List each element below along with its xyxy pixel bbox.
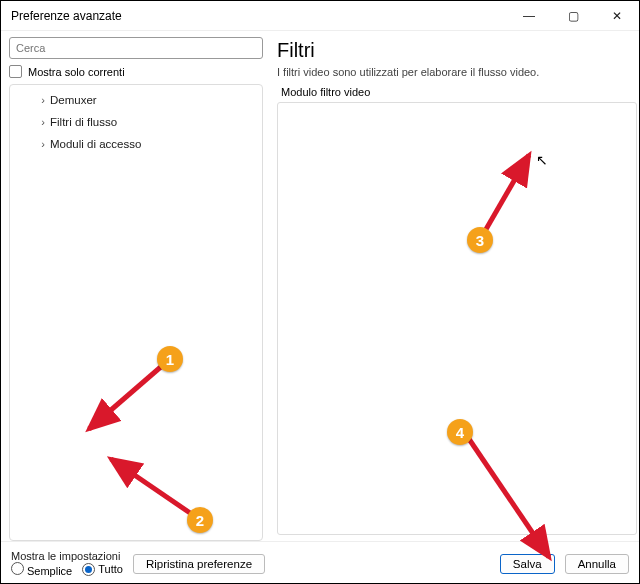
svg-line-1 [89, 365, 163, 429]
only-current-checkbox[interactable] [9, 65, 22, 78]
panel-description: I filtri video sono utilizzati per elabo… [277, 66, 639, 78]
only-current-label: Mostra solo correnti [28, 66, 125, 78]
window-minimize[interactable]: — [507, 1, 551, 31]
group-label: Modulo filtro video [277, 86, 639, 98]
callout-2: 2 [187, 507, 213, 533]
window-maximize[interactable]: ▢ [551, 1, 595, 31]
search-input[interactable] [9, 37, 263, 59]
window-close[interactable]: ✕ [595, 1, 639, 31]
window-title: Preferenze avanzate [11, 9, 122, 23]
svg-line-5 [485, 155, 529, 231]
arrow-1 [79, 361, 179, 441]
reset-button[interactable]: Ripristina preferenze [133, 554, 265, 574]
tree-item[interactable]: ›Moduli di accesso [10, 133, 262, 155]
arrow-4 [461, 431, 581, 571]
callout-1: 1 [157, 346, 183, 372]
svg-line-7 [469, 439, 549, 557]
tree-item[interactable]: ›Demuxer [10, 89, 262, 111]
radio-simple[interactable] [11, 562, 24, 575]
show-settings-label: Mostra le impostazioni [11, 550, 123, 562]
radio-all[interactable] [82, 563, 95, 576]
arrow-3 [481, 149, 551, 239]
svg-line-3 [111, 459, 193, 515]
tree-item[interactable]: ›Filtri di flusso [10, 111, 262, 133]
panel-title: Filtri [277, 39, 639, 62]
callout-3: 3 [467, 227, 493, 253]
callout-4: 4 [447, 419, 473, 445]
